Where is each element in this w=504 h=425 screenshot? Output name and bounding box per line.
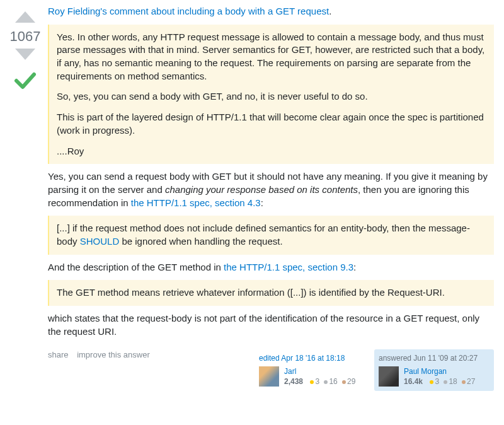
- gold-badge-icon: [310, 380, 314, 384]
- emphasis: changing your response based on its cont…: [165, 184, 358, 195]
- author-avatar-link[interactable]: [379, 366, 404, 387]
- author-name[interactable]: Paul Morgan: [404, 367, 447, 376]
- upvote-button[interactable]: [14, 8, 37, 26]
- edit-time: edited Apr 18 '16 at 18:18: [259, 353, 370, 363]
- paragraph-1: Yes, you can send a request body with GE…: [48, 170, 494, 209]
- gold-badge-icon: [430, 380, 433, 384]
- bronze-badge-icon: [342, 380, 346, 384]
- quote1-p3: This is part of the layered design of HT…: [57, 111, 486, 137]
- quote-fielding: Yes. In other words, any HTTP request me…: [48, 25, 494, 165]
- silver-badge-icon: [324, 380, 328, 384]
- answer-time: answered Jun 11 '09 at 20:27: [379, 353, 490, 363]
- editor-rep: 2,438: [284, 377, 303, 386]
- quote1-p4: ....Roy: [57, 145, 486, 158]
- editor-avatar-link[interactable]: [259, 366, 284, 387]
- should-link[interactable]: SHOULD: [80, 236, 120, 247]
- quote-spec-9-3: The GET method means retrieve whatever i…: [48, 280, 494, 306]
- edit-time-link[interactable]: edited Apr 18 '16 at 18:18: [259, 354, 345, 363]
- vote-count: 1067: [10, 28, 41, 45]
- post-footer: share improve this answer edited Apr 18 …: [48, 349, 494, 391]
- avatar: [379, 366, 399, 387]
- author-rep: 16.4k: [404, 377, 423, 386]
- bronze-badge-icon: [462, 380, 466, 384]
- paragraph-2: And the description of the GET method in…: [48, 261, 494, 274]
- vote-column: 1067: [10, 5, 40, 391]
- answer-body: Roy Fielding's comment about including a…: [40, 5, 494, 391]
- quote1-p2: So, yes, you can send a body with GET, a…: [57, 90, 486, 103]
- silver-badge-icon: [444, 380, 447, 384]
- post-actions: share improve this answer: [48, 349, 156, 361]
- author-card: answered Jun 11 '09 at 20:27 Paul Morgan…: [374, 349, 494, 391]
- spec-9-3-link[interactable]: the HTTP/1.1 spec, section 9.3: [224, 262, 353, 272]
- share-link[interactable]: share: [48, 350, 69, 359]
- answer-post: 1067 Roy Fielding's comment about includ…: [10, 5, 494, 391]
- editor-name[interactable]: Jarl: [284, 367, 296, 376]
- editor-card: edited Apr 18 '16 at 18:18 Jarl 2,438 3 …: [255, 349, 374, 391]
- avatar: [259, 366, 279, 387]
- quote-spec-4-3: [...] if the request method does not inc…: [48, 216, 494, 254]
- intro-link-text: Roy Fielding's comment about including a…: [48, 6, 329, 16]
- paragraph-3: which states that the request-body is no…: [48, 312, 494, 338]
- downvote-button[interactable]: [14, 47, 37, 66]
- accepted-check-icon: [14, 72, 37, 93]
- spec-4-3-link[interactable]: the HTTP/1.1 spec, section 4.3: [131, 197, 261, 208]
- quote1-p1: Yes. In other words, any HTTP request me…: [57, 31, 486, 83]
- intro-link[interactable]: Roy Fielding's comment about including a…: [48, 6, 329, 16]
- improve-link[interactable]: improve this answer: [77, 350, 150, 359]
